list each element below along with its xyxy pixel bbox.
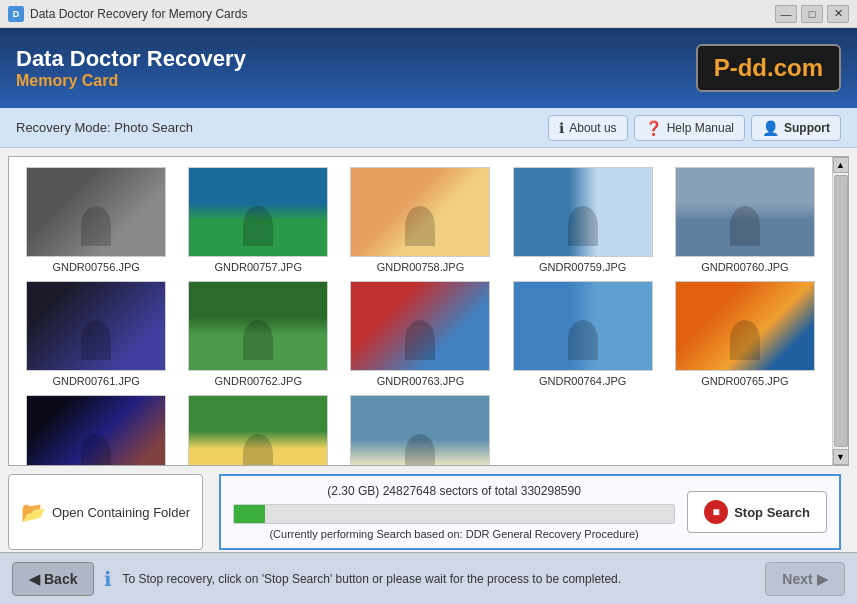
progress-status: (Currently performing Search based on: D… bbox=[233, 528, 675, 540]
progress-bar-container bbox=[233, 504, 675, 524]
logo: P-dd.com bbox=[696, 44, 841, 92]
image-filename: GNDR00756.JPG bbox=[52, 261, 139, 273]
titlebar-title: Data Doctor Recovery for Memory Cards bbox=[30, 7, 247, 21]
nav-buttons: ℹ About us ❓ Help Manual 👤 Support bbox=[548, 115, 841, 141]
image-filename: GNDR00761.JPG bbox=[52, 375, 139, 387]
image-filename: GNDR00760.JPG bbox=[701, 261, 788, 273]
scroll-up-arrow[interactable]: ▲ bbox=[833, 157, 849, 173]
stop-search-button[interactable]: ■ Stop Search bbox=[687, 491, 827, 533]
titlebar: D Data Doctor Recovery for Memory Cards … bbox=[0, 0, 857, 28]
help-icon: ❓ bbox=[645, 120, 662, 136]
help-manual-label: Help Manual bbox=[667, 121, 734, 135]
help-manual-button[interactable]: ❓ Help Manual bbox=[634, 115, 745, 141]
progress-bar-fill bbox=[234, 505, 265, 523]
list-item[interactable]: GNDR00760.JPG bbox=[668, 167, 822, 273]
stop-icon: ■ bbox=[704, 500, 728, 524]
back-button[interactable]: ◀ Back bbox=[12, 562, 94, 596]
footer: ◀ Back ℹ To Stop recovery, click on 'Sto… bbox=[0, 552, 857, 604]
thumbnail bbox=[188, 167, 328, 257]
about-us-label: About us bbox=[569, 121, 616, 135]
list-item[interactable]: GNDR00757.JPG bbox=[181, 167, 335, 273]
thumbnail bbox=[513, 281, 653, 371]
main-title: Data Doctor Recovery bbox=[16, 46, 246, 72]
list-item[interactable]: GNDR00768.JPG bbox=[343, 395, 497, 466]
scroll-down-arrow[interactable]: ▼ bbox=[833, 449, 849, 465]
info-icon: ℹ bbox=[559, 120, 564, 136]
list-item[interactable]: GNDR00758.JPG bbox=[343, 167, 497, 273]
open-containing-folder-button[interactable]: 📂 Open Containing Folder bbox=[8, 474, 203, 550]
thumbnail bbox=[188, 395, 328, 466]
thumbnail bbox=[350, 167, 490, 257]
image-filename: GNDR00765.JPG bbox=[701, 375, 788, 387]
list-item[interactable]: GNDR00759.JPG bbox=[506, 167, 660, 273]
thumbnail bbox=[513, 167, 653, 257]
progress-text: (2.30 GB) 24827648 sectors of total 3302… bbox=[233, 484, 675, 498]
footer-info-icon: ℹ bbox=[104, 567, 112, 591]
sub-title: Memory Card bbox=[16, 72, 246, 90]
progress-info: (2.30 GB) 24827648 sectors of total 3302… bbox=[233, 484, 675, 540]
open-folder-label: Open Containing Folder bbox=[52, 505, 190, 520]
image-filename: GNDR00762.JPG bbox=[215, 375, 302, 387]
thumbnail bbox=[350, 281, 490, 371]
stop-search-label: Stop Search bbox=[734, 505, 810, 520]
recovery-mode-label: Recovery Mode: Photo Search bbox=[16, 120, 193, 135]
back-label: Back bbox=[44, 571, 77, 587]
image-filename: GNDR00763.JPG bbox=[377, 375, 464, 387]
list-item[interactable]: GNDR00763.JPG bbox=[343, 281, 497, 387]
list-item[interactable]: GNDR00756.JPG bbox=[19, 167, 173, 273]
header: Data Doctor Recovery Memory Card P-dd.co… bbox=[0, 28, 857, 108]
window-controls[interactable]: — □ ✕ bbox=[775, 5, 849, 23]
list-item[interactable]: GNDR00761.JPG bbox=[19, 281, 173, 387]
list-item[interactable]: GNDR00766.JPG bbox=[19, 395, 173, 466]
footer-tip: To Stop recovery, click on 'Stop Search'… bbox=[122, 572, 755, 586]
thumbnail bbox=[350, 395, 490, 466]
scrollbar[interactable]: ▲ ▼ bbox=[832, 157, 848, 465]
image-filename: GNDR00757.JPG bbox=[215, 261, 302, 273]
thumbnail bbox=[26, 167, 166, 257]
next-button[interactable]: Next ▶ bbox=[765, 562, 845, 596]
list-item[interactable]: GNDR00764.JPG bbox=[506, 281, 660, 387]
user-icon: 👤 bbox=[762, 120, 779, 136]
back-arrow-icon: ◀ bbox=[29, 571, 40, 587]
next-arrow-icon: ▶ bbox=[817, 571, 828, 587]
close-button[interactable]: ✕ bbox=[827, 5, 849, 23]
minimize-button[interactable]: — bbox=[775, 5, 797, 23]
maximize-button[interactable]: □ bbox=[801, 5, 823, 23]
scroll-thumb[interactable] bbox=[834, 175, 848, 447]
image-filename: GNDR00764.JPG bbox=[539, 375, 626, 387]
list-item[interactable]: GNDR00767.JPG bbox=[181, 395, 335, 466]
support-label: Support bbox=[784, 121, 830, 135]
support-button[interactable]: 👤 Support bbox=[751, 115, 841, 141]
thumbnail bbox=[26, 281, 166, 371]
progress-panel: (2.30 GB) 24827648 sectors of total 3302… bbox=[219, 474, 841, 550]
image-filename: GNDR00758.JPG bbox=[377, 261, 464, 273]
thumbnail bbox=[188, 281, 328, 371]
app-icon: D bbox=[8, 6, 24, 22]
list-item[interactable]: GNDR00762.JPG bbox=[181, 281, 335, 387]
app-title: Data Doctor Recovery Memory Card bbox=[16, 46, 246, 90]
about-us-button[interactable]: ℹ About us bbox=[548, 115, 627, 141]
image-filename: GNDR00759.JPG bbox=[539, 261, 626, 273]
thumbnail bbox=[675, 281, 815, 371]
thumbnail bbox=[26, 395, 166, 466]
folder-icon: 📂 bbox=[21, 500, 46, 524]
list-item[interactable]: GNDR00765.JPG bbox=[668, 281, 822, 387]
thumbnail bbox=[675, 167, 815, 257]
image-grid: GNDR00756.JPG GNDR00757.JPG GNDR00758.JP… bbox=[9, 157, 848, 466]
next-label: Next bbox=[782, 571, 812, 587]
image-gallery: GNDR00756.JPG GNDR00757.JPG GNDR00758.JP… bbox=[8, 156, 849, 466]
navbar: Recovery Mode: Photo Search ℹ About us ❓… bbox=[0, 108, 857, 148]
